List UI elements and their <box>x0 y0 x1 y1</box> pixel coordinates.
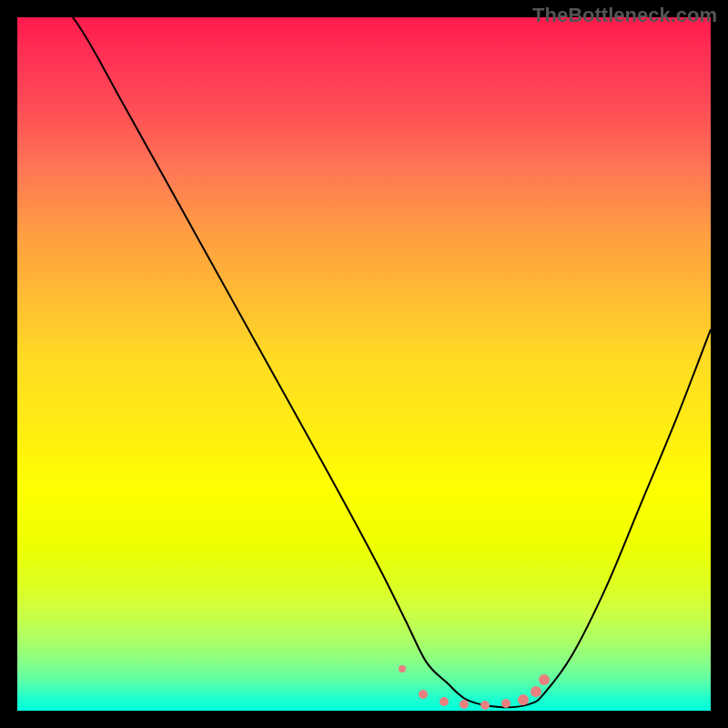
chart-plot-area <box>17 17 711 711</box>
watermark-text: TheBottleneck.com <box>532 4 717 27</box>
chart-marker <box>440 697 449 706</box>
chart-marker <box>539 674 550 685</box>
chart-curve <box>17 17 711 711</box>
chart-marker <box>531 686 541 697</box>
chart-marker <box>518 694 529 705</box>
